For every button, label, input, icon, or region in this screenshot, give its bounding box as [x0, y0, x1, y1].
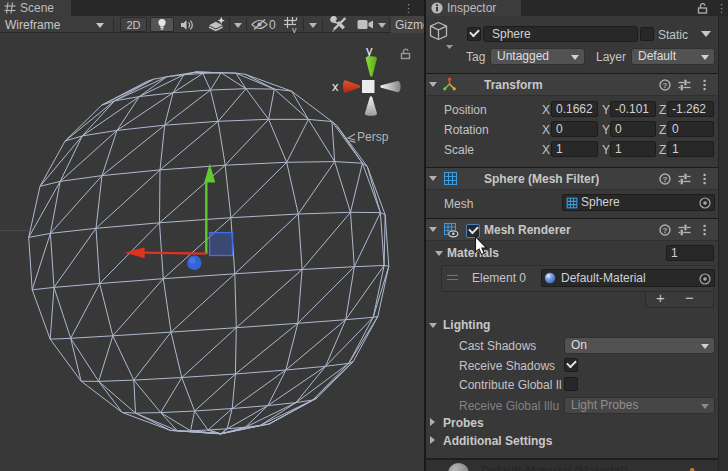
- svg-text:y: y: [292, 25, 297, 34]
- svg-text:y: y: [366, 43, 373, 58]
- svg-text:x: x: [332, 79, 339, 94]
